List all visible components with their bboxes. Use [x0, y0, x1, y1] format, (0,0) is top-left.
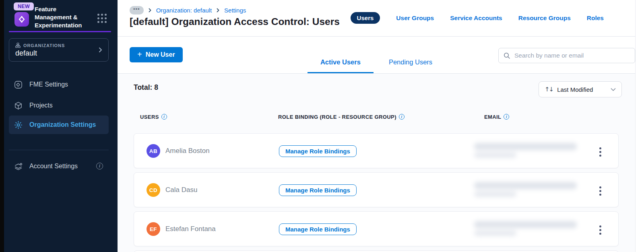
- column-header-users: USERS i: [140, 114, 167, 120]
- sidebar-item-fme-settings[interactable]: FME Settings: [9, 75, 109, 94]
- chevron-right-icon: [148, 8, 152, 12]
- brand-divider: [9, 31, 111, 32]
- access-control-nav: Users User Groups Service Accounts Resou…: [351, 12, 604, 24]
- organization-selector[interactable]: ORGANIZATIONS default: [9, 38, 109, 62]
- fme-diamond-icon: [14, 80, 23, 89]
- users-list-section: Total: 8 ↑↓ Last Modified USERS i ROLE B…: [118, 74, 635, 252]
- column-header-label: EMAIL: [484, 114, 501, 120]
- total-count: Total: 8: [134, 83, 158, 92]
- column-header-label: USERS: [140, 114, 159, 120]
- page-title: [default] Organization Access Control: U…: [130, 16, 340, 27]
- search-box: [498, 48, 635, 63]
- screen: NEW Feature Management & Experimentation…: [0, 0, 644, 252]
- sidebar: NEW Feature Management & Experimentation…: [4, 0, 118, 252]
- avatar: EF: [147, 222, 160, 236]
- redacted-email: [474, 182, 577, 197]
- redacted-email: [474, 143, 577, 158]
- user-name: Amelia Boston: [165, 147, 210, 155]
- sidebar-item-label: Account Settings: [29, 163, 78, 170]
- table-row: EF Estefan Fontana Manage Role Bindings: [134, 211, 619, 246]
- breadcrumb-link-organization[interactable]: Organization: default: [156, 7, 212, 14]
- row-menu-button[interactable]: [599, 225, 602, 235]
- org-selector-value: default: [15, 49, 37, 58]
- avatar: CD: [147, 183, 160, 197]
- nav-tab-roles[interactable]: Roles: [587, 14, 604, 22]
- sidebar-divider: [9, 150, 109, 150]
- chevron-right-icon: [97, 47, 103, 53]
- redacted-email: [474, 221, 577, 236]
- sidebar-item-account-settings[interactable]: Account Settings i: [9, 157, 109, 176]
- info-icon[interactable]: i: [96, 163, 103, 169]
- column-header-role-binding: ROLE BINDING (ROLE - RESOURCE GROUP) i: [278, 114, 405, 120]
- app-title: Feature Management & Experimentation: [35, 5, 86, 29]
- table-row: CD Cala Dasu Manage Role Bindings: [134, 172, 619, 207]
- tab-active-users[interactable]: Active Users: [308, 58, 374, 73]
- breadcrumb-ellipsis-button[interactable]: •••: [130, 6, 144, 14]
- row-menu-button[interactable]: [599, 147, 602, 157]
- search-input[interactable]: [514, 52, 630, 59]
- info-icon[interactable]: i: [504, 114, 509, 120]
- row-menu-button[interactable]: [599, 186, 602, 196]
- nav-tab-users[interactable]: Users: [351, 12, 380, 24]
- avatar: AB: [147, 144, 160, 158]
- layers-gear-icon: [14, 162, 23, 171]
- cube-icon: [14, 101, 23, 110]
- sidebar-item-organization-settings[interactable]: Organization Settings: [9, 116, 109, 134]
- panel-right-border: [635, 0, 636, 252]
- users-table: AB Amelia Boston Manage Role Bindings CD…: [134, 133, 619, 252]
- column-header-email: EMAIL i: [484, 114, 509, 120]
- manage-role-bindings-button[interactable]: Manage Role Bindings: [279, 184, 357, 196]
- manage-role-bindings-button[interactable]: Manage Role Bindings: [279, 145, 357, 157]
- user-name: Estefan Fontana: [165, 225, 216, 233]
- sort-direction-icon: ↑↓: [545, 86, 553, 93]
- app-grid-icon[interactable]: [97, 14, 107, 23]
- header-divider: [118, 36, 635, 37]
- table-row: AB Amelia Boston Manage Role Bindings: [134, 133, 619, 168]
- sort-dropdown[interactable]: ↑↓ Last Modified: [539, 81, 622, 97]
- breadcrumb-link-settings[interactable]: Settings: [224, 7, 246, 14]
- manage-role-bindings-button[interactable]: Manage Role Bindings: [279, 223, 357, 235]
- user-name: Cala Dasu: [165, 186, 197, 194]
- gear-icon: [14, 120, 23, 130]
- chevron-down-icon: [611, 88, 616, 91]
- sort-dropdown-value: Last Modified: [557, 86, 593, 93]
- sidebar-item-label: Organization Settings: [29, 121, 96, 128]
- info-icon[interactable]: i: [161, 114, 167, 120]
- window-edge-strip: [0, 0, 4, 252]
- sidebar-item-label: FME Settings: [29, 81, 68, 88]
- breadcrumb: ••• Organization: default Settings: [130, 6, 246, 14]
- org-selector-label: ORGANIZATIONS: [23, 43, 65, 48]
- sidebar-item-label: Projects: [29, 102, 53, 109]
- table-row-partial: [134, 250, 619, 252]
- sidebar-item-projects[interactable]: Projects: [9, 96, 109, 115]
- column-header-label: ROLE BINDING (ROLE - RESOURCE GROUP): [278, 114, 396, 120]
- search-icon: [504, 52, 510, 59]
- nav-tab-resource-groups[interactable]: Resource Groups: [518, 14, 571, 22]
- nav-tab-service-accounts[interactable]: Service Accounts: [450, 14, 502, 22]
- new-badge: NEW: [14, 2, 34, 10]
- app-logo-icon[interactable]: [14, 12, 29, 27]
- org-hierarchy-icon: [15, 43, 21, 48]
- info-icon[interactable]: i: [399, 114, 405, 120]
- nav-tab-user-groups[interactable]: User Groups: [396, 14, 434, 22]
- main-panel: ••• Organization: default Settings [defa…: [118, 0, 644, 252]
- tab-pending-users[interactable]: Pending Users: [376, 58, 445, 73]
- chevron-right-icon: [216, 8, 220, 12]
